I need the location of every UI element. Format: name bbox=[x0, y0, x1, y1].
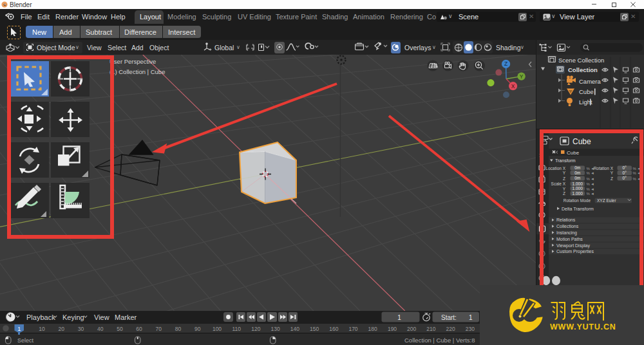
svg-text:80: 80 bbox=[175, 326, 182, 332]
svg-text:1: 1 bbox=[469, 314, 473, 321]
svg-text:Playback: Playback bbox=[26, 313, 55, 321]
svg-text:40: 40 bbox=[97, 326, 104, 332]
svg-text:1: 1 bbox=[397, 314, 401, 321]
svg-text:(1) Collection | Cube: (1) Collection | Cube bbox=[109, 68, 165, 75]
svg-text:210: 210 bbox=[426, 326, 435, 332]
svg-text:200: 200 bbox=[407, 326, 416, 332]
svg-text:WWW.YUTU.CN: WWW.YUTU.CN bbox=[550, 322, 616, 331]
svg-text:100: 100 bbox=[213, 326, 222, 332]
svg-text:170: 170 bbox=[348, 326, 357, 332]
svg-text:30: 30 bbox=[78, 326, 84, 332]
svg-text:Camera: Camera bbox=[579, 78, 601, 85]
svg-text:110: 110 bbox=[232, 326, 241, 332]
svg-text:90: 90 bbox=[194, 326, 201, 332]
svg-text:Cube: Cube bbox=[579, 88, 594, 95]
svg-text:20: 20 bbox=[58, 326, 64, 332]
svg-text:70: 70 bbox=[156, 326, 162, 332]
svg-text:X: X bbox=[511, 83, 515, 89]
svg-text:Keying: Keying bbox=[62, 313, 84, 321]
svg-text:Collection | Cube | Verts:8: Collection | Cube | Verts:8 bbox=[404, 337, 475, 344]
svg-text:Y: Y bbox=[520, 73, 524, 80]
svg-text:User Perspective: User Perspective bbox=[109, 58, 156, 65]
svg-text:190: 190 bbox=[388, 326, 397, 332]
svg-text:1: 1 bbox=[17, 326, 21, 332]
svg-text:50: 50 bbox=[117, 326, 123, 332]
svg-text:120: 120 bbox=[251, 326, 260, 332]
svg-text:Marker: Marker bbox=[115, 313, 137, 321]
svg-text:180: 180 bbox=[368, 326, 377, 332]
svg-text:140: 140 bbox=[290, 326, 299, 332]
svg-text:Select: Select bbox=[17, 337, 34, 344]
svg-text:Scene Collection: Scene Collection bbox=[558, 56, 604, 63]
svg-text:220: 220 bbox=[446, 326, 455, 332]
svg-text:160: 160 bbox=[329, 326, 338, 332]
svg-text:10: 10 bbox=[39, 326, 45, 332]
svg-text:130: 130 bbox=[271, 326, 280, 332]
svg-text:150: 150 bbox=[310, 326, 319, 332]
svg-text:Z: Z bbox=[504, 61, 507, 67]
svg-text:View: View bbox=[94, 313, 109, 321]
svg-text:Start:: Start: bbox=[441, 314, 457, 321]
svg-text:Collection: Collection bbox=[568, 66, 598, 73]
svg-text:60: 60 bbox=[136, 326, 142, 332]
svg-text:230: 230 bbox=[466, 326, 475, 332]
